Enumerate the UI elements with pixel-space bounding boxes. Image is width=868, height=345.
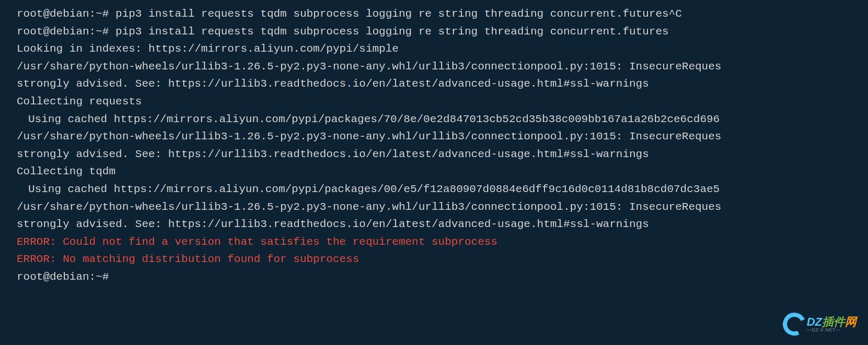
terminal-error-line: ERROR: No matching distribution found fo… <box>17 251 868 268</box>
terminal-line: strongly advised. See: https://urllib3.r… <box>17 75 868 93</box>
terminal-line: Using cached https://mirrors.aliyun.com/… <box>17 111 868 128</box>
logo-icon <box>783 313 806 336</box>
terminal-error-line: ERROR: Could not find a version that sat… <box>17 233 868 251</box>
logo-text-cj: 插件 <box>822 315 845 328</box>
terminal-line: strongly advised. See: https://urllib3.r… <box>17 146 868 163</box>
terminal-line: /usr/share/python-wheels/urllib3-1.26.5-… <box>17 198 868 216</box>
terminal-line: root@debian:~# pip3 install requests tqd… <box>17 23 868 41</box>
terminal-line: Collecting tqdm <box>17 163 868 181</box>
watermark-logo: DZ插件网 —DZ-X.NET— <box>783 313 857 336</box>
terminal-line: /usr/share/python-wheels/urllib3-1.26.5-… <box>17 128 868 146</box>
logo-text: DZ插件网 —DZ-X.NET— <box>807 316 857 332</box>
terminal-line: /usr/share/python-wheels/urllib3-1.26.5-… <box>17 58 868 76</box>
terminal-prompt[interactable]: root@debian:~# <box>17 268 868 286</box>
terminal-line: strongly advised. See: https://urllib3.r… <box>17 216 868 233</box>
logo-text-w: 网 <box>845 315 857 328</box>
terminal-line: root@debian:~# pip3 install requests tqd… <box>17 5 868 23</box>
terminal-line: Collecting requests <box>17 93 868 111</box>
terminal-line: Using cached https://mirrors.aliyun.com/… <box>17 181 868 198</box>
terminal-line: Looking in indexes: https://mirrors.aliy… <box>17 40 868 58</box>
terminal-output[interactable]: root@debian:~# pip3 install requests tqd… <box>17 5 868 286</box>
logo-text-dz: DZ <box>807 315 822 328</box>
logo-subtext: —DZ-X.NET— <box>807 328 841 332</box>
